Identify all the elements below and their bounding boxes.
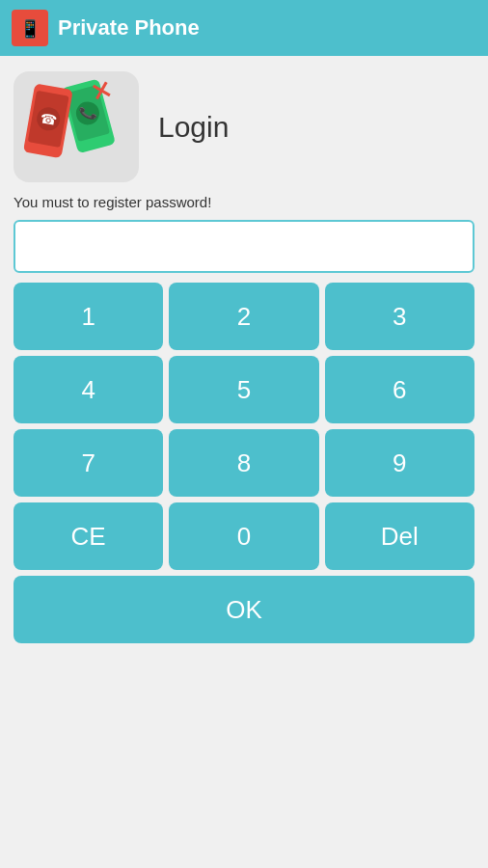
register-message: You must to register password!: [14, 194, 474, 210]
main-content: 📞 ☎ Login You must to register password: [0, 56, 488, 659]
password-input[interactable]: [14, 220, 474, 273]
app-header: 📱 Private Phone: [0, 0, 488, 56]
ok-button[interactable]: OK: [14, 576, 474, 643]
key-7[interactable]: 7: [14, 429, 163, 497]
login-title-container: Login: [158, 111, 229, 144]
app-icon: 📱: [12, 10, 48, 46]
keypad: 1 2 3 4 5 6 7 8 9 CE 0 Del: [14, 283, 474, 570]
key-ce[interactable]: CE: [14, 502, 163, 570]
key-1[interactable]: 1: [14, 283, 163, 350]
key-4[interactable]: 4: [14, 356, 163, 423]
login-title: Login: [158, 111, 229, 143]
app-title: Private Phone: [58, 15, 200, 41]
app-logo: 📞 ☎: [14, 71, 139, 182]
key-del[interactable]: Del: [325, 502, 474, 570]
key-5[interactable]: 5: [169, 356, 318, 423]
key-6[interactable]: 6: [325, 356, 474, 423]
key-8[interactable]: 8: [169, 429, 318, 497]
svg-text:☎: ☎: [39, 110, 58, 128]
svg-text:📱: 📱: [19, 18, 41, 40]
key-2[interactable]: 2: [169, 283, 318, 350]
key-9[interactable]: 9: [325, 429, 474, 497]
key-0[interactable]: 0: [169, 502, 318, 570]
login-header: 📞 ☎ Login: [14, 71, 474, 182]
key-3[interactable]: 3: [325, 283, 474, 350]
